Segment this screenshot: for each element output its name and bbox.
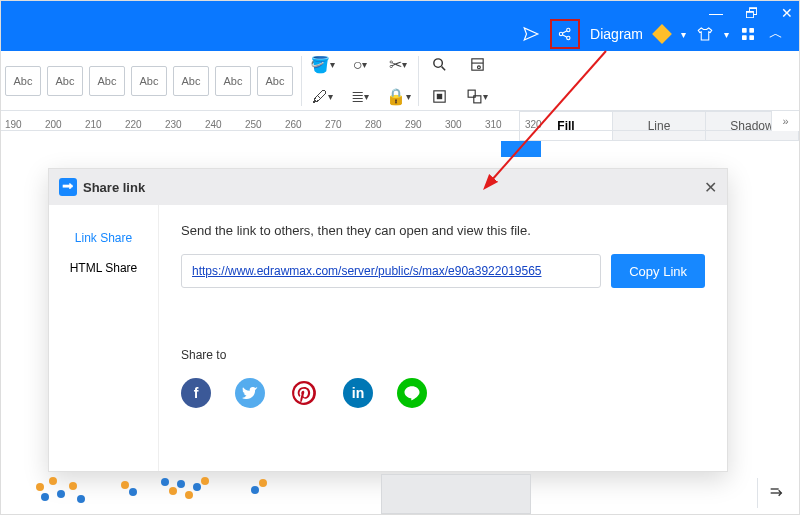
copy-link-button[interactable]: Copy Link bbox=[611, 254, 705, 288]
app-titlebar: — 🗗 ✕ Diagram ▾ ▾ ︿ bbox=[1, 1, 799, 51]
shape-style-item[interactable]: Abc bbox=[47, 66, 83, 96]
ruler-mark: 190 bbox=[5, 119, 25, 130]
svg-point-9 bbox=[433, 59, 442, 68]
shape-style-gallery[interactable]: Abc Abc Abc Abc Abc Abc Abc bbox=[1, 66, 293, 96]
ribbon-toolbar: Abc Abc Abc Abc Abc Abc Abc 🪣▾ ○▾ ✂▾ 🖊▾ … bbox=[1, 51, 799, 111]
ruler-mark: 300 bbox=[445, 119, 465, 130]
sidebar-item-html-share[interactable]: HTML Share bbox=[49, 253, 158, 283]
tshirt-icon[interactable] bbox=[696, 25, 714, 43]
sidebar-item-link-share[interactable]: Link Share bbox=[49, 223, 158, 253]
svg-rect-6 bbox=[749, 28, 754, 33]
facebook-share-button[interactable]: f bbox=[181, 378, 211, 408]
shape-style-item[interactable]: Abc bbox=[257, 66, 293, 96]
group-icon[interactable]: ▾ bbox=[465, 85, 489, 109]
shape-style-item[interactable]: Abc bbox=[89, 66, 125, 96]
ruler-mark: 260 bbox=[285, 119, 305, 130]
premium-diamond-icon[interactable] bbox=[653, 25, 671, 43]
collapse-ribbon-icon[interactable]: ︿ bbox=[767, 25, 785, 43]
share-link-modal: ⮕ Share link ✕ Link Share HTML Share Sen… bbox=[48, 168, 728, 472]
fill-bucket-icon[interactable]: 🪣▾ bbox=[310, 53, 334, 77]
window-close-button[interactable]: ✕ bbox=[781, 5, 793, 21]
diagram-label[interactable]: Diagram bbox=[590, 26, 643, 42]
send-icon[interactable] bbox=[522, 25, 540, 43]
social-share-buttons: f in bbox=[181, 378, 705, 408]
svg-point-13 bbox=[477, 66, 480, 69]
page-navigation-icon[interactable] bbox=[757, 478, 793, 508]
window-restore-button[interactable]: 🗗 bbox=[745, 5, 759, 21]
collapse-panel-icon[interactable]: » bbox=[771, 111, 799, 131]
shape-style-item[interactable]: Abc bbox=[215, 66, 251, 96]
layers-icon[interactable] bbox=[465, 53, 489, 77]
horizontal-ruler: 190 200 210 220 230 240 250 260 270 280 … bbox=[1, 111, 799, 131]
line-share-button[interactable] bbox=[397, 378, 427, 408]
shape-ellipse-icon[interactable]: ○▾ bbox=[348, 53, 372, 77]
canvas-bottom-element bbox=[381, 474, 531, 514]
svg-rect-7 bbox=[742, 35, 747, 40]
shape-style-item[interactable]: Abc bbox=[173, 66, 209, 96]
line-style-icon[interactable]: ≣▾ bbox=[348, 85, 372, 109]
svg-rect-5 bbox=[742, 28, 747, 33]
chevron-down-icon[interactable]: ▾ bbox=[724, 29, 729, 40]
pinterest-share-button[interactable] bbox=[289, 378, 319, 408]
svg-line-3 bbox=[562, 31, 567, 34]
search-icon[interactable] bbox=[427, 53, 451, 77]
share-instruction-text: Send the link to others, then they can o… bbox=[181, 223, 705, 238]
ruler-mark: 320 bbox=[525, 119, 545, 130]
app-logo-icon: ⮕ bbox=[59, 178, 77, 196]
ruler-mark: 210 bbox=[85, 119, 105, 130]
format-tools-group: 🪣▾ ○▾ ✂▾ 🖊▾ ≣▾ 🔒▾ bbox=[310, 53, 410, 109]
svg-rect-15 bbox=[437, 94, 441, 98]
ruler-mark: 230 bbox=[165, 119, 185, 130]
ruler-mark: 250 bbox=[245, 119, 265, 130]
twitter-share-button[interactable] bbox=[235, 378, 265, 408]
apps-grid-icon[interactable] bbox=[739, 25, 757, 43]
share-link-input[interactable]: https://www.edrawmax.com/server/public/s… bbox=[181, 254, 601, 288]
ruler-mark: 220 bbox=[125, 119, 145, 130]
canvas-chart-dots bbox=[11, 473, 431, 513]
shape-style-item[interactable]: Abc bbox=[5, 66, 41, 96]
svg-rect-8 bbox=[749, 35, 754, 40]
lock-icon[interactable]: 🔒▾ bbox=[386, 85, 410, 109]
focus-select-icon[interactable] bbox=[427, 85, 451, 109]
ruler-mark: 280 bbox=[365, 119, 385, 130]
selection-highlight bbox=[501, 141, 541, 157]
chevron-down-icon[interactable]: ▾ bbox=[681, 29, 686, 40]
ruler-mark: 240 bbox=[205, 119, 225, 130]
share-to-label: Share to bbox=[181, 348, 705, 362]
crop-icon[interactable]: ✂▾ bbox=[386, 53, 410, 77]
shape-style-item[interactable]: Abc bbox=[131, 66, 167, 96]
modal-title: Share link bbox=[83, 180, 145, 195]
brush-icon[interactable]: 🖊▾ bbox=[310, 85, 334, 109]
ruler-mark: 290 bbox=[405, 119, 425, 130]
window-minimize-button[interactable]: — bbox=[709, 5, 723, 21]
share-button[interactable] bbox=[550, 19, 580, 49]
linkedin-share-button[interactable]: in bbox=[343, 378, 373, 408]
ruler-mark: 310 bbox=[485, 119, 505, 130]
modal-sidebar: Link Share HTML Share bbox=[49, 205, 159, 471]
svg-line-4 bbox=[562, 35, 567, 38]
ruler-mark: 270 bbox=[325, 119, 345, 130]
modal-header: ⮕ Share link ✕ bbox=[49, 169, 727, 205]
modal-close-button[interactable]: ✕ bbox=[704, 178, 717, 197]
view-tools-group: ▾ bbox=[427, 53, 489, 109]
ruler-mark: 200 bbox=[45, 119, 65, 130]
modal-content: Send the link to others, then they can o… bbox=[159, 205, 727, 471]
svg-line-10 bbox=[441, 67, 445, 71]
